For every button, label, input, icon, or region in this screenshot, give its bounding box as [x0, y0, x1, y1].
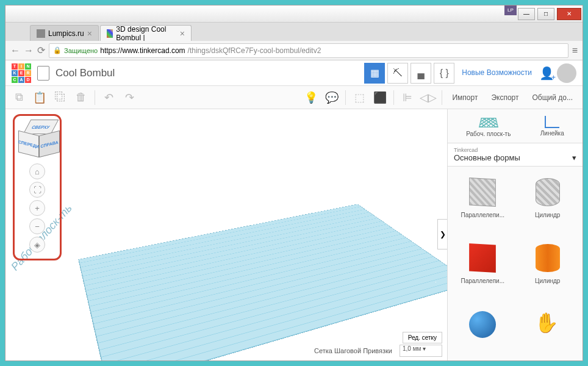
- back-icon[interactable]: ←: [10, 45, 20, 56]
- favicon-icon: [37, 29, 45, 38]
- snap-label: Сетка Шаговой Привязки: [314, 347, 392, 354]
- tab-title: Lumpics.ru: [48, 29, 84, 38]
- tinkercad-logo[interactable]: TIN KER CAD: [12, 63, 31, 83]
- group-icon[interactable]: ⬚: [352, 90, 367, 105]
- shape-box-hole[interactable]: Параллелепи...: [453, 171, 513, 232]
- chevron-down-icon: ▾: [572, 153, 576, 162]
- ortho-view-button[interactable]: ◈: [29, 237, 45, 253]
- browser-tabs: Lumpics.ru × 3D design Cool Bombul | ×: [5, 23, 583, 41]
- close-button[interactable]: ✕: [557, 8, 581, 20]
- project-title[interactable]: Cool Bombul: [56, 67, 115, 79]
- url-input[interactable]: 🔒 Защищено https://www.tinkercad.com/thi…: [49, 43, 568, 58]
- snap-select[interactable]: 1,0 мм ▾: [400, 345, 442, 357]
- blocks-mode-button[interactable]: ⛏: [387, 63, 408, 84]
- url-host: https://www.tinkercad.com: [100, 46, 185, 55]
- canvas[interactable]: Рабоч. плоск-ть СВЕРХУ СПЕРЕДИ СПРАВА ⌂ …: [5, 109, 447, 361]
- paste-icon[interactable]: 📋: [32, 90, 47, 105]
- minimize-button[interactable]: —: [518, 8, 535, 20]
- ruler-icon: [545, 116, 559, 128]
- code-mode-button[interactable]: { }: [434, 63, 454, 84]
- viewcube-front[interactable]: СПЕРЕДИ: [18, 131, 39, 157]
- shape-sphere[interactable]: [453, 304, 513, 356]
- notes-icon[interactable]: 💬: [324, 90, 339, 105]
- forward-icon[interactable]: →: [24, 45, 34, 56]
- tab-tinkercad[interactable]: 3D design Cool Bombul | ×: [100, 25, 192, 41]
- fit-view-button[interactable]: ⛶: [29, 182, 45, 198]
- design-mode-button[interactable]: ▦: [364, 63, 385, 84]
- zoom-out-button[interactable]: −: [29, 218, 45, 234]
- bricks-mode-button[interactable]: ▄: [411, 63, 431, 84]
- maximize-button[interactable]: □: [537, 8, 554, 20]
- tab-lumpics[interactable]: Lumpics.ru ×: [30, 25, 99, 41]
- url-path: /things/dskQfRCe7Fy-cool-bombul/editv2: [188, 46, 321, 55]
- workplane-icon: [479, 118, 498, 127]
- avatar[interactable]: [557, 63, 576, 83]
- shape-scribble[interactable]: ✋: [518, 304, 578, 356]
- favicon-icon: [107, 29, 113, 38]
- address-bar-row: ← → ⟳ 🔒 Защищено https://www.tinkercad.c…: [5, 41, 583, 60]
- home-view-button[interactable]: ⌂: [29, 163, 45, 179]
- shapes-panel: Рабоч. плоск-ть Линейка Tinkercad Основн…: [447, 109, 583, 361]
- redo-icon[interactable]: ↷: [122, 90, 137, 105]
- document-icon[interactable]: [37, 66, 49, 81]
- copy-icon[interactable]: ⧉: [12, 90, 26, 105]
- tab-title: 3D design Cool Bombul |: [116, 25, 176, 42]
- align-icon[interactable]: ⊫: [400, 90, 415, 105]
- ruler-tool[interactable]: Линейка: [540, 116, 564, 137]
- view-cube[interactable]: СВЕРХУ СПЕРЕДИ СПРАВА: [18, 120, 57, 159]
- menu-icon[interactable]: ≡: [572, 45, 578, 56]
- collapse-panel-button[interactable]: ❯: [437, 219, 447, 249]
- lp-badge: LP: [504, 5, 517, 15]
- navigation-panel: СВЕРХУ СПЕРЕДИ СПРАВА ⌂ ⛶ + − ◈: [13, 114, 62, 260]
- share-button[interactable]: 👤+: [539, 66, 554, 81]
- duplicate-icon[interactable]: ⿻: [53, 90, 68, 105]
- delete-icon[interactable]: 🗑: [74, 90, 88, 105]
- viewcube-right[interactable]: СПРАВА: [39, 131, 60, 157]
- toolbar: ⧉ 📋 ⿻ 🗑 ↶ ↷ 💡 💬 ⬚ ⬛ ⊫ ◁▷ Импорт Экспорт …: [5, 86, 583, 109]
- shape-cylinder[interactable]: Цилиндр: [518, 237, 578, 298]
- edit-grid-button[interactable]: Ред. сетку: [403, 332, 442, 343]
- secure-label: Защищено: [64, 47, 98, 54]
- category-select[interactable]: Tinkercad Основные формы▾: [448, 143, 583, 167]
- export-button[interactable]: Экспорт: [487, 93, 522, 102]
- window-titlebar: LP — □ ✕: [5, 5, 583, 23]
- whats-new-link[interactable]: Новые Возможности: [457, 68, 537, 77]
- lock-icon: 🔒: [53, 46, 62, 54]
- workplane[interactable]: [78, 204, 447, 361]
- ungroup-icon[interactable]: ⬛: [373, 90, 387, 105]
- shape-box[interactable]: Параллелепи...: [453, 237, 513, 298]
- app-header: TIN KER CAD Cool Bombul ▦ ⛏ ▄ { } Новые …: [5, 60, 583, 86]
- tab-close-icon[interactable]: ×: [87, 29, 92, 38]
- share-button[interactable]: Общий до...: [529, 93, 577, 102]
- import-button[interactable]: Импорт: [448, 93, 481, 102]
- reload-icon[interactable]: ⟳: [37, 45, 45, 56]
- workplane-tool[interactable]: Рабоч. плоск-ть: [466, 115, 511, 137]
- shape-cylinder-hole[interactable]: Цилиндр: [518, 171, 578, 232]
- undo-icon[interactable]: ↶: [101, 90, 116, 105]
- zoom-in-button[interactable]: +: [29, 200, 45, 216]
- mirror-icon[interactable]: ◁▷: [421, 90, 436, 105]
- tab-close-icon[interactable]: ×: [180, 29, 185, 38]
- bulb-icon[interactable]: 💡: [304, 90, 318, 105]
